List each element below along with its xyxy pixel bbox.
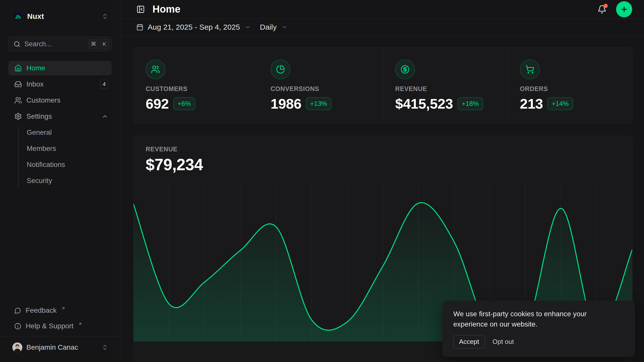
sidebar-nav: Home Inbox 4 Customers Settings — [8, 61, 112, 187]
user-name: Benjamin Canac — [26, 343, 78, 351]
stat-customers[interactable]: CUSTOMERS 692 +6% — [134, 48, 258, 123]
filter-toolbar: Aug 21, 2025 - Sep 4, 2025 Daily — [120, 19, 644, 36]
chart-pie-icon — [276, 65, 285, 74]
accept-cookies-button[interactable]: Accept — [453, 335, 485, 348]
stat-revenue[interactable]: REVENUE $415,523 +18% — [383, 48, 508, 123]
search-icon — [14, 41, 20, 48]
stat-label: CUSTOMERS — [146, 85, 249, 93]
gear-icon — [14, 113, 22, 120]
sidebar-item-label: Settings — [26, 112, 52, 120]
sidebar-item-home[interactable]: Home — [8, 61, 112, 75]
sidebar-item-customers[interactable]: Customers — [8, 93, 112, 108]
circle-dollar-sign-icon — [400, 65, 410, 74]
stat-value: 692 — [146, 96, 169, 112]
user-menu[interactable]: Benjamin Canac — [8, 339, 112, 355]
sidebar-item-members[interactable]: Members — [19, 142, 112, 155]
sidebar-item-inbox[interactable]: Inbox 4 — [8, 77, 112, 92]
inbox-icon — [14, 80, 22, 88]
sidebar-item-general[interactable]: General — [19, 126, 112, 139]
stat-label: ORDERS — [520, 85, 623, 93]
help-support-link[interactable]: Help & Support — [8, 320, 112, 333]
cookie-banner: We use first-party cookies to enhance yo… — [442, 301, 635, 357]
collapse-sidebar-icon[interactable] — [136, 5, 145, 14]
users-stat-badge — [146, 60, 165, 79]
stat-orders[interactable]: ORDERS 213 +14% — [508, 48, 632, 123]
search-input[interactable]: ⌘ K — [8, 37, 112, 51]
notification-dot — [603, 4, 608, 8]
sidebar-item-label: Inbox — [26, 80, 44, 88]
stat-delta-badge: +6% — [173, 97, 195, 110]
shopping-cart-icon — [525, 65, 534, 74]
message-circle-icon — [14, 307, 21, 314]
chevron-down-icon — [245, 24, 251, 30]
circle-dollar-stat-badge — [395, 60, 415, 79]
stat-value: 213 — [520, 96, 543, 112]
feedback-label: Feedback — [26, 306, 57, 314]
external-link-icon — [78, 322, 82, 326]
sub-item-label: Notifications — [27, 161, 65, 169]
revenue-card-value: $79,234 — [146, 155, 620, 174]
stats-row: CUSTOMERS 692 +6% CONVERSIONS 1986 — [133, 47, 632, 124]
chevrons-up-down-icon — [102, 344, 108, 351]
sidebar-divider — [0, 336, 120, 336]
sidebar-item-label: Customers — [26, 96, 60, 104]
sidebar-footer: Feedback Help & Support — [0, 304, 120, 362]
stat-value: $415,523 — [395, 96, 453, 112]
stat-label: REVENUE — [395, 85, 499, 93]
granularity-select[interactable]: Daily — [260, 23, 288, 31]
calendar-icon — [136, 24, 143, 31]
opt-out-button[interactable]: Opt out — [489, 335, 517, 348]
users-icon — [14, 97, 22, 104]
info-icon — [14, 323, 21, 330]
sidebar: Nuxt ⌘ K Home — [0, 0, 120, 362]
add-button[interactable] — [616, 1, 632, 17]
sidebar-item-notifications[interactable]: Notifications — [19, 158, 112, 171]
chevrons-up-down-icon — [102, 13, 108, 20]
avatar — [12, 342, 22, 352]
feedback-link[interactable]: Feedback — [8, 304, 112, 317]
shopping-cart-stat-badge — [520, 60, 540, 79]
stat-conversions[interactable]: CONVERSIONS 1986 +13% — [258, 48, 383, 123]
granularity-value: Daily — [260, 23, 277, 31]
sidebar-item-security[interactable]: Security — [19, 174, 112, 187]
stat-label: CONVERSIONS — [271, 85, 374, 93]
page-title: Home — [152, 4, 180, 15]
cookie-message: We use first-party cookies to enhance yo… — [453, 309, 598, 329]
chevron-down-icon — [281, 24, 288, 30]
search-shortcut: ⌘ K — [89, 39, 109, 49]
stat-delta-badge: +13% — [306, 97, 331, 110]
chevron-up-icon — [102, 113, 108, 120]
users-icon — [151, 65, 160, 74]
sub-item-label: Security — [27, 177, 52, 185]
sidebar-item-label: Home — [26, 64, 45, 72]
date-range-value: Aug 21, 2025 - Sep 4, 2025 — [148, 23, 240, 31]
sub-item-label: Members — [27, 145, 56, 153]
workspace-switcher[interactable]: Nuxt — [8, 9, 112, 24]
help-support-label: Help & Support — [26, 322, 73, 330]
sub-item-label: General — [27, 128, 52, 137]
revenue-card-label: REVENUE — [146, 146, 620, 153]
page-header: Home — [120, 0, 644, 19]
stat-delta-badge: +18% — [458, 97, 483, 110]
chart-pie-stat-badge — [271, 60, 290, 79]
workspace-name: Nuxt — [27, 12, 44, 21]
nuxt-logo-icon — [13, 12, 23, 21]
search-field[interactable] — [24, 40, 85, 48]
settings-subnav: General Members Notifications Security — [18, 126, 112, 187]
date-range-picker[interactable]: Aug 21, 2025 - Sep 4, 2025 — [136, 23, 251, 31]
external-link-icon — [61, 306, 65, 310]
stat-value: 1986 — [271, 96, 302, 112]
cmd-key: ⌘ — [89, 39, 98, 49]
house-icon — [14, 64, 22, 72]
plus-icon — [620, 5, 628, 13]
k-key: K — [100, 39, 109, 49]
inbox-count-badge: 4 — [100, 80, 108, 89]
sidebar-item-settings[interactable]: Settings — [8, 109, 112, 124]
stat-delta-badge: +14% — [547, 97, 573, 110]
notifications-button[interactable] — [597, 5, 607, 14]
